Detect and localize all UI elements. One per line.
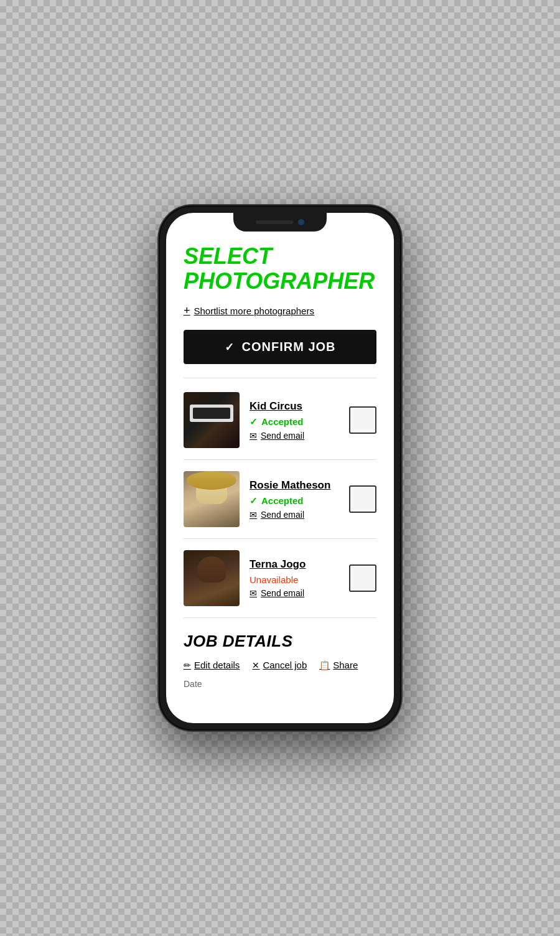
confirm-job-button[interactable]: ✓ CONFIRM JOB <box>184 330 376 364</box>
confirm-job-label: CONFIRM JOB <box>242 340 336 354</box>
send-email-label: Send email <box>261 431 304 441</box>
envelope-icon: ✉ <box>250 588 257 598</box>
edit-details-label: Edit details <box>194 660 240 670</box>
clipboard-icon: 📋 <box>319 660 330 670</box>
send-email-link[interactable]: ✉ Send email <box>250 510 339 520</box>
photographer-info-terna: Terna Jogo Unavailable ✉ Send email <box>250 558 339 598</box>
send-email-label: Send email <box>261 510 304 520</box>
send-email-link[interactable]: ✉ Send email <box>250 431 339 441</box>
envelope-icon: ✉ <box>250 431 257 441</box>
photographer-item: Terna Jogo Unavailable ✉ Send email <box>184 539 376 618</box>
send-email-link[interactable]: ✉ Send email <box>250 588 339 598</box>
select-checkbox[interactable] <box>349 564 376 592</box>
photographer-info-kid-circus: Kid Circus ✓ Accepted ✉ Send email <box>250 400 339 441</box>
photographer-name[interactable]: Rosie Matheson <box>250 479 339 492</box>
status-label: Accepted <box>261 495 304 506</box>
photographer-info-rosie: Rosie Matheson ✓ Accepted ✉ Send email <box>250 479 339 520</box>
photographer-name[interactable]: Kid Circus <box>250 400 339 413</box>
screen-content: SELECT PHOTOGRAPHER + Shortlist more pho… <box>166 213 394 723</box>
photographer-item: Kid Circus ✓ Accepted ✉ Send email <box>184 381 376 460</box>
photographer-item: Rosie Matheson ✓ Accepted ✉ Send email <box>184 460 376 539</box>
status-accepted: ✓ Accepted <box>250 495 339 507</box>
select-checkbox[interactable] <box>349 485 376 513</box>
status-accepted: ✓ Accepted <box>250 416 339 428</box>
phone-screen: SELECT PHOTOGRAPHER + Shortlist more pho… <box>166 213 394 723</box>
edit-details-link[interactable]: ✏ Edit details <box>184 660 240 670</box>
status-unavailable: Unavailable <box>250 574 339 585</box>
camera <box>298 219 304 225</box>
share-label: Share <box>333 660 358 670</box>
date-label: Date <box>184 679 376 689</box>
speaker <box>256 220 293 224</box>
check-icon: ✓ <box>250 495 258 507</box>
job-details-title: JOB DETAILS <box>184 632 376 651</box>
job-actions: ✏ Edit details ✕ Cancel job 📋 Share <box>184 660 376 670</box>
photographer-photo-terna <box>184 550 240 606</box>
cancel-job-link[interactable]: ✕ Cancel job <box>252 660 307 670</box>
envelope-icon: ✉ <box>250 510 257 520</box>
section-divider <box>184 378 376 378</box>
status-label: Accepted <box>261 416 304 427</box>
shortlist-more-link[interactable]: + Shortlist more photographers <box>184 304 376 317</box>
photographer-photo-rosie <box>184 471 240 527</box>
confirm-check-icon: ✓ <box>225 340 235 354</box>
check-icon: ✓ <box>250 416 258 428</box>
notch <box>233 213 327 232</box>
phone-device: SELECT PHOTOGRAPHER + Shortlist more pho… <box>159 205 401 731</box>
plus-icon: + <box>184 304 190 317</box>
share-link[interactable]: 📋 Share <box>319 660 358 670</box>
photographer-photo-kid-circus <box>184 392 240 448</box>
cancel-job-label: Cancel job <box>263 660 307 670</box>
send-email-label: Send email <box>261 588 304 598</box>
close-icon: ✕ <box>252 660 259 670</box>
pencil-icon: ✏ <box>184 660 191 670</box>
shortlist-more-label: Shortlist more photographers <box>194 306 314 316</box>
select-checkbox[interactable] <box>349 406 376 434</box>
page-title: SELECT PHOTOGRAPHER <box>184 244 376 293</box>
photographer-name[interactable]: Terna Jogo <box>250 558 339 571</box>
